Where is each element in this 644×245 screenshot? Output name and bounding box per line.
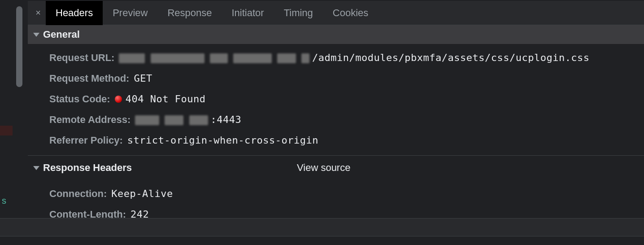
- row-request-url: Request URL: /admin/modules/pbxmfa/asset…: [28, 48, 644, 68]
- close-icon[interactable]: ×: [30, 8, 46, 18]
- referrer-policy-label: Referrer Policy:: [49, 134, 123, 147]
- row-referrer-policy: Referrer Policy: strict-origin-when-cros…: [28, 130, 644, 151]
- row-status-code: Status Code: 404 Not Found: [28, 89, 644, 109]
- status-code-value: 404 Not Found: [126, 92, 206, 106]
- tab-cookies[interactable]: Cookies: [323, 1, 378, 25]
- tab-timing[interactable]: Timing: [274, 1, 323, 25]
- chevron-down-icon: [33, 166, 39, 170]
- remote-address-value: :4443: [211, 113, 242, 127]
- view-source-link[interactable]: View source: [297, 162, 350, 174]
- details-panel: × Headers Preview Response Initiator Tim…: [28, 1, 644, 245]
- section-title: Response Headers: [43, 162, 132, 174]
- row-remote-address: Remote Address: :4443: [28, 109, 644, 130]
- request-marker: [0, 126, 13, 136]
- bottom-status-bar: [0, 236, 644, 245]
- status-code-label: Status Code:: [49, 92, 110, 106]
- row-request-method: Request Method: GET: [28, 68, 644, 89]
- request-url-label: Request URL:: [49, 51, 114, 65]
- redacted-url-part: [119, 51, 312, 65]
- tab-bar: × Headers Preview Response Initiator Tim…: [28, 1, 644, 25]
- request-method-label: Request Method:: [49, 72, 129, 85]
- section-general-header[interactable]: General: [28, 25, 644, 44]
- headers-content: General Request URL: /admin/modules/pbxm…: [28, 25, 644, 245]
- tab-preview[interactable]: Preview: [103, 1, 157, 25]
- left-sidebar-gutter: s: [0, 0, 13, 245]
- referrer-policy-value: strict-origin-when-cross-origin: [127, 134, 318, 147]
- request-method-value: GET: [134, 72, 152, 85]
- tab-initiator[interactable]: Initiator: [222, 1, 274, 25]
- section-title: General: [43, 29, 80, 40]
- tab-headers[interactable]: Headers: [46, 1, 103, 25]
- connection-label: Connection:: [49, 187, 107, 201]
- redacted-address-part: [135, 113, 210, 127]
- tab-response[interactable]: Response: [157, 1, 222, 25]
- row-connection: Connection: Keep-Alive: [28, 184, 644, 204]
- request-url-value: /admin/modules/pbxmfa/assets/css/ucplogi…: [312, 51, 590, 65]
- remote-address-label: Remote Address:: [49, 113, 131, 127]
- truncated-text: s: [2, 196, 6, 206]
- general-rows: Request URL: /admin/modules/pbxmfa/asset…: [28, 44, 644, 155]
- bottom-panel-spacer: [0, 218, 644, 236]
- status-error-icon: [115, 96, 122, 103]
- scrollbar-thumb[interactable]: [16, 6, 22, 87]
- chevron-down-icon: [33, 33, 39, 37]
- section-response-headers-header[interactable]: Response Headers View source: [28, 155, 644, 180]
- connection-value: Keep-Alive: [111, 187, 173, 201]
